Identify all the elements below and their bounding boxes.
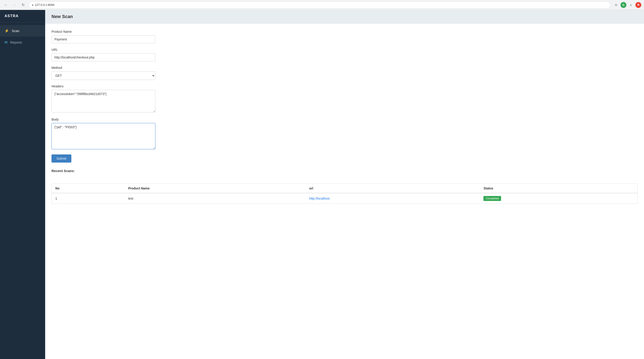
sidebar-item-scan[interactable]: ⚡ Scan xyxy=(0,25,45,36)
cell-no: 1 xyxy=(52,193,125,204)
browser-chrome: ← → ↻ ● 127.0.0.1:8094 ☆ G ‹ R xyxy=(0,0,644,10)
recent-scans-section: Recent Scans: xyxy=(52,169,638,173)
recent-scans-title: Recent Scans: xyxy=(52,169,638,173)
product-name-group: Product Name xyxy=(52,30,638,43)
nav-left-button[interactable]: ‹ xyxy=(628,2,634,8)
sidebar: ASTRA ⚡ Scan ✉ Reports xyxy=(0,10,45,359)
col-no: No xyxy=(52,184,125,193)
scans-table: No Product Name url Status 1 test http:/… xyxy=(52,184,638,204)
cell-url: http://localhost xyxy=(306,193,480,204)
address-bar[interactable]: ● 127.0.0.1:8094 xyxy=(28,1,610,8)
page-title: New Scan xyxy=(52,14,638,19)
method-group: Method GET POST PUT DELETE PATCH xyxy=(52,66,638,80)
method-label: Method xyxy=(52,66,638,70)
product-name-label: Product Name xyxy=(52,30,638,34)
url-label: URL xyxy=(52,48,638,52)
form-area: Product Name URL Method GET POST PUT DEL… xyxy=(45,24,644,184)
table-body: 1 test http://localhost Completed xyxy=(52,193,638,204)
browser-actions: ☆ G ‹ R xyxy=(613,2,641,8)
forward-button[interactable]: → xyxy=(11,2,18,8)
main-content: New Scan Product Name URL Method GET POS… xyxy=(45,10,644,359)
headers-textarea[interactable]: {"accesstoken":"098f6bcd4621d373"} xyxy=(52,90,155,112)
cell-status: Completed xyxy=(480,193,638,204)
headers-group: Headers {"accesstoken":"098f6bcd4621d373… xyxy=(52,84,638,113)
product-name-input[interactable] xyxy=(52,35,155,43)
col-product-name: Product Name xyxy=(125,184,306,193)
back-button[interactable]: ← xyxy=(3,2,9,8)
table-head: No Product Name url Status xyxy=(52,184,638,193)
bookmark-button[interactable]: ☆ xyxy=(613,2,619,8)
submit-button[interactable]: Submit xyxy=(52,154,71,162)
body-group: Body {"pid" : "PID03"} xyxy=(52,118,638,150)
reload-button[interactable]: ↻ xyxy=(20,2,26,8)
url-text: 127.0.0.1:8094 xyxy=(35,3,54,6)
envelope-icon: ✉ xyxy=(4,40,8,44)
sidebar-logo: ASTRA xyxy=(0,10,45,22)
page-header: New Scan xyxy=(45,10,644,24)
body-textarea[interactable]: {"pid" : "PID03"} xyxy=(52,123,155,149)
table-header-row: No Product Name url Status xyxy=(52,184,638,193)
lock-icon: ● xyxy=(32,4,34,6)
url-link[interactable]: http://localhost xyxy=(309,197,330,200)
sidebar-item-reports[interactable]: ✉ Reports xyxy=(0,36,45,48)
sidebar-nav: ⚡ Scan ✉ Reports xyxy=(0,22,45,51)
col-url: url xyxy=(306,184,480,193)
secondary-avatar[interactable]: R xyxy=(636,2,641,8)
cell-product-name: test xyxy=(125,193,306,204)
lightning-icon: ⚡ xyxy=(4,29,9,33)
col-status: Status xyxy=(480,184,638,193)
sidebar-item-reports-label: Reports xyxy=(10,40,22,44)
url-input[interactable] xyxy=(52,53,155,62)
url-group: URL xyxy=(52,48,638,62)
body-label: Body xyxy=(52,118,638,121)
status-badge: Completed xyxy=(484,196,501,201)
app-container: ASTRA ⚡ Scan ✉ Reports New Scan Product … xyxy=(0,10,644,359)
headers-label: Headers xyxy=(52,84,638,88)
method-select[interactable]: GET POST PUT DELETE PATCH xyxy=(52,71,155,80)
table-row: 1 test http://localhost Completed xyxy=(52,193,638,204)
profile-avatar[interactable]: G xyxy=(620,2,626,8)
sidebar-item-scan-label: Scan xyxy=(12,29,20,33)
